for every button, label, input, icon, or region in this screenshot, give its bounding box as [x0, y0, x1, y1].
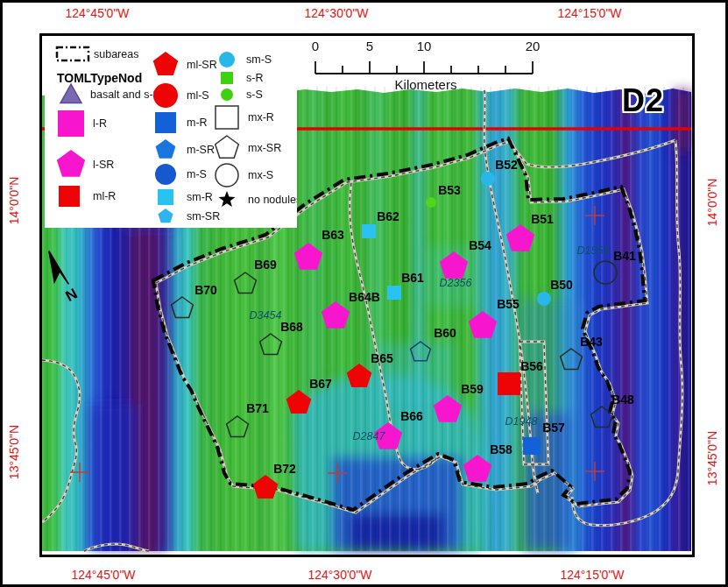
station-label: B65: [371, 351, 393, 365]
dive-site-label: D2356: [440, 277, 472, 289]
station-label: B68: [280, 320, 303, 334]
legend-item-label: s-S: [246, 88, 263, 101]
station-label: B53: [438, 183, 461, 197]
longitude-label-top-1: 124°45'0"W: [65, 6, 129, 20]
legend-symbol-square: [158, 189, 173, 205]
legend-symbol-circle: [155, 164, 176, 185]
subareas-label: subareas: [94, 48, 138, 60]
station-symbol-circle: [426, 197, 436, 208]
legend-box: subareas TOMLTypeNod basalt and s-Sl-Rl-…: [45, 39, 297, 228]
station-label: B67: [309, 377, 332, 391]
station-label: B62: [377, 209, 399, 223]
station-symbol-square: [498, 372, 520, 395]
legend-symbol-circle: [216, 164, 238, 187]
station-label: B69: [254, 258, 277, 272]
legend-item-label: no nodules: [248, 194, 297, 206]
station-label: B55: [497, 297, 519, 311]
legend-symbol-circle: [219, 52, 235, 67]
station-label: B43: [580, 335, 603, 349]
station-label: B41: [613, 249, 636, 263]
station-label: B52: [495, 158, 518, 172]
latitude-label-right-1: 14°0'0"N: [705, 167, 719, 237]
station-label: B57: [542, 421, 565, 435]
area-label: D2: [622, 82, 664, 119]
legend-symbol-triangle: [60, 84, 81, 103]
legend-item-label: s-R: [246, 72, 263, 84]
latitude-label-right-2: 13°45'0"N: [705, 423, 719, 493]
station-label: B72: [273, 462, 296, 476]
station-label: B59: [461, 382, 484, 396]
station-label: B48: [611, 393, 634, 407]
dive-site-label: D1948: [505, 415, 538, 428]
legend-symbol-square: [155, 112, 176, 133]
station-label: B71: [246, 401, 269, 415]
longitude-label-top-2: 124°30'0"W: [304, 6, 368, 20]
legend-item-label: m-SR: [187, 144, 215, 156]
legend-title: TOMLTypeNod: [57, 71, 142, 85]
latitude-label-left-2: 13°45'0"N: [7, 417, 21, 487]
legend-symbol-star: [219, 191, 236, 207]
station-symbol-square: [387, 286, 401, 300]
latitude-label-left-1: 14°0'0"N: [7, 166, 21, 236]
legend-item-label: sm-S: [246, 53, 272, 66]
map-frame: B52B53B62B51B63B69B70B61B41B50B54B55B64B…: [39, 33, 695, 557]
legend-symbol-square: [58, 110, 84, 137]
scale-bar: 0 5 10 20 Kilometers: [300, 39, 551, 95]
station-symbol-square: [523, 437, 541, 455]
dive-site-label: D1558: [577, 244, 610, 257]
legend-item-label: basalt and s-S: [90, 88, 160, 101]
legend-symbol-pentagon: [57, 150, 85, 177]
station-label: B66: [400, 409, 423, 423]
legend-symbol-square: [216, 106, 238, 129]
legend-symbol-pentagon: [216, 136, 239, 158]
station-symbol-square: [362, 224, 376, 238]
station-label: B56: [520, 359, 543, 373]
dive-site-label: D2847: [353, 430, 386, 442]
legend-item-label: m-S: [187, 168, 207, 180]
legend-item-label: mx-S: [248, 169, 273, 181]
legend-item-label: ml-R: [93, 190, 116, 202]
legend-symbol-pentagon: [153, 52, 179, 75]
legend-item-label: sm-R: [187, 191, 213, 203]
legend-symbol-square: [59, 186, 80, 207]
station-label: B54: [469, 238, 491, 252]
legend-symbol-pentagon: [156, 139, 176, 159]
longitude-label-bottom-3: 124°15'0"W: [560, 568, 624, 582]
station-label: B64B: [349, 290, 380, 304]
scale-bar-unit: Kilometers: [300, 77, 551, 92]
figure-canvas: 124°45'0"W 124°30'0"W 124°15'0"W 124°45'…: [0, 0, 728, 587]
legend-item-label: ml-S: [187, 89, 209, 102]
legend-item-label: m-R: [187, 117, 208, 129]
legend-item-label: l-R: [93, 117, 107, 130]
legend-item-label: ml-SR: [187, 59, 217, 71]
station-label: B50: [550, 278, 573, 292]
legend-item-label: l-SR: [93, 159, 114, 171]
station-label: B51: [531, 212, 554, 226]
station-label: B63: [322, 228, 344, 242]
legend-symbol-circle: [221, 88, 233, 101]
longitude-label-bottom-1: 124°45'0"W: [71, 568, 135, 582]
legend-symbol-pentagon: [158, 209, 173, 223]
legend-item-label: mx-R: [248, 111, 274, 124]
longitude-label-bottom-2: 124°30'0"W: [307, 568, 371, 582]
legend-item-label: mx-SR: [248, 142, 281, 154]
station-symbol-circle: [481, 172, 495, 186]
station-label: B60: [434, 326, 456, 340]
longitude-label-top-3: 124°15'0"W: [557, 6, 621, 20]
legend-symbol-square: [221, 72, 233, 84]
station-symbol-circle: [537, 292, 551, 306]
station-label: B58: [490, 442, 512, 456]
legend-symbol-circle: [153, 83, 178, 108]
legend-item-label: sm-SR: [187, 210, 220, 223]
station-label: B70: [194, 283, 217, 297]
subareas-icon: [57, 47, 88, 60]
station-label: B61: [401, 271, 424, 285]
dive-site-label: D3454: [250, 309, 282, 322]
